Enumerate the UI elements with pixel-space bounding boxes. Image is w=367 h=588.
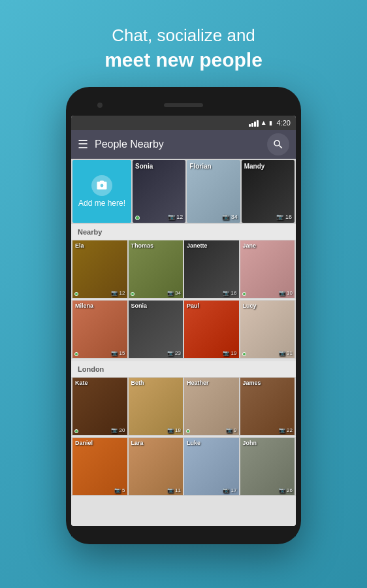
phone-screen: ▲ ▮ 4:20 ☰ People Nearby: [71, 116, 296, 526]
featured-sonia-online: [135, 216, 140, 220]
section-header-nearby: Nearby: [71, 224, 296, 240]
battery-icon: ▮: [269, 120, 272, 126]
featured-sonia-count: 📷 12: [168, 214, 184, 220]
person-ela[interactable]: Ela 📷 12: [72, 240, 127, 298]
app-bar: ☰ People Nearby: [71, 130, 296, 159]
featured-mandy-name: Mandy: [244, 163, 265, 170]
person-lara[interactable]: Lara 📷 11: [129, 438, 184, 495]
person-luke[interactable]: Luke 📷 17: [184, 438, 239, 495]
phone-top-bar: [71, 96, 296, 114]
featured-florian-name: Florian: [189, 163, 211, 170]
scroll-content: Add me here! Sonia 📷 12 Florian 📷 34 Man…: [71, 159, 296, 526]
featured-florian-count: 📷 34: [222, 214, 238, 220]
signal-bars-icon: [249, 119, 259, 127]
person-beth[interactable]: Beth 📷 18: [129, 378, 184, 435]
search-icon: [272, 139, 284, 150]
add-me-card[interactable]: Add me here!: [72, 160, 131, 223]
person-daniel[interactable]: Daniel 📷 5: [72, 438, 127, 495]
featured-florian[interactable]: Florian 📷 34: [187, 160, 240, 223]
person-james[interactable]: James 📷 22: [240, 378, 295, 435]
jane-online: [242, 292, 246, 296]
person-paul[interactable]: Paul 📷 19: [184, 301, 239, 358]
hero-line2: meet new people: [104, 47, 263, 73]
lucy-online: [242, 352, 246, 356]
hero-text: Chat, socialize and meet new people: [104, 25, 263, 73]
featured-sonia-name: Sonia: [135, 163, 153, 170]
search-button[interactable]: [267, 133, 289, 155]
status-time: 4:20: [277, 119, 291, 127]
kate-online: [74, 429, 78, 433]
phone-bottom-bar: [71, 526, 296, 536]
person-thomas[interactable]: Thomas 📷 34: [129, 240, 184, 298]
london-row-1: Kate 📷 20 Beth 📷 18 Heather 📷 9 James 📷 …: [71, 377, 296, 436]
app-title: People Nearby: [95, 139, 261, 150]
thomas-online: [131, 292, 135, 296]
nearby-row-2: Milena 📷 15 Sonia 📷 23 Paul 📷 19 Lucy 📷 …: [71, 300, 296, 359]
status-icons: ▲ ▮ 4:20: [249, 119, 291, 127]
camera-icon: [96, 180, 108, 191]
london-row-2: Daniel 📷 5 Lara 📷 11 Luke 📷 17 John 📷 26: [71, 437, 296, 496]
phone-speaker: [164, 103, 203, 107]
heather-online: [186, 429, 190, 433]
wifi-icon: ▲: [261, 119, 267, 126]
person-john[interactable]: John 📷 26: [240, 438, 295, 495]
camera-circle: [91, 175, 112, 196]
hamburger-icon[interactable]: ☰: [78, 137, 88, 152]
person-milena[interactable]: Milena 📷 15: [72, 301, 127, 358]
milena-online: [74, 352, 78, 356]
status-bar: ▲ ▮ 4:20: [71, 116, 296, 130]
section-header-london: London: [71, 361, 296, 377]
featured-mandy-count: 📷 16: [276, 214, 292, 220]
person-kate[interactable]: Kate 📷 20: [72, 378, 127, 435]
person-janette[interactable]: Janette 📷 16: [184, 240, 239, 298]
person-sonia2[interactable]: Sonia 📷 23: [129, 301, 184, 358]
nearby-row-1: Ela 📷 12 Thomas 📷 34 Janette 📷 16 Jane 📷…: [71, 240, 296, 299]
phone-camera: [97, 103, 103, 108]
featured-row: Add me here! Sonia 📷 12 Florian 📷 34 Man…: [71, 159, 296, 224]
featured-sonia[interactable]: Sonia 📷 12: [133, 160, 185, 223]
person-lucy[interactable]: Lucy 📷 31: [240, 301, 295, 358]
person-jane[interactable]: Jane 📷 10: [240, 240, 295, 298]
hero-line1: Chat, socialize and: [104, 25, 263, 47]
person-heather[interactable]: Heather 📷 9: [184, 378, 239, 435]
add-me-label: Add me here!: [78, 199, 125, 208]
featured-mandy[interactable]: Mandy 📷 16: [242, 160, 295, 223]
ela-online: [74, 292, 78, 296]
phone-wrapper: ▲ ▮ 4:20 ☰ People Nearby: [66, 87, 301, 544]
